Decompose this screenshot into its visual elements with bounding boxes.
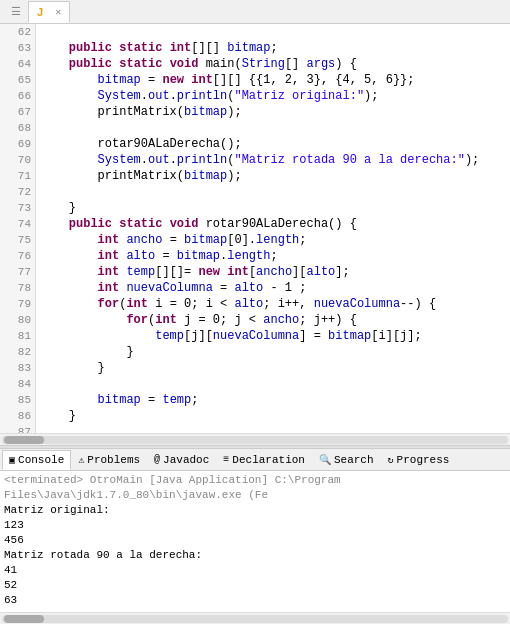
console-line: 52	[4, 578, 506, 593]
code-line: rotar90ALaDerecha();	[40, 136, 506, 152]
editor-area: 6263646566676869707172737475767778798081…	[0, 24, 510, 445]
bottom-tab-bar: ▣Console⚠Problems@Javadoc≡Declaration🔍Se…	[0, 449, 510, 471]
console-output: <terminated> OtroMain [Java Application]…	[0, 471, 510, 612]
console-line: Matriz rotada 90 a la derecha:	[4, 548, 506, 563]
code-line: System.out.println("Matriz original:");	[40, 88, 506, 104]
hscroll-thumb[interactable]	[4, 436, 44, 444]
line-number: 69	[4, 136, 31, 152]
line-number: 72	[4, 184, 31, 200]
console-line: Matriz original:	[4, 503, 506, 518]
line-number: 87	[4, 424, 31, 433]
editor-scroll[interactable]: 6263646566676869707172737475767778798081…	[0, 24, 510, 433]
line-number: 85	[4, 392, 31, 408]
code-line: int ancho = bitmap[0].length;	[40, 232, 506, 248]
console-hscroll-thumb[interactable]	[4, 615, 44, 623]
bottom-tab-label: Declaration	[232, 454, 305, 466]
console-horizontal-scrollbar[interactable]	[0, 612, 510, 624]
line-number: 81	[4, 328, 31, 344]
line-number: 77	[4, 264, 31, 280]
console-hscroll-track[interactable]	[2, 615, 508, 623]
line-number: 64	[4, 56, 31, 72]
code-line: public static int[][] bitmap;	[40, 40, 506, 56]
line-number: 66	[4, 88, 31, 104]
search-icon: 🔍	[319, 454, 331, 466]
bottom-tab-progress[interactable]: ↻Progress	[381, 450, 457, 470]
code-line	[40, 376, 506, 392]
line-number: 75	[4, 232, 31, 248]
console-line: 63	[4, 593, 506, 608]
code-line: public static void main(String[] args) {	[40, 56, 506, 72]
console-header: <terminated> OtroMain [Java Application]…	[4, 473, 506, 503]
console-line: 123	[4, 518, 506, 533]
code-line: bitmap = new int[][] {{1, 2, 3}, {4, 5, …	[40, 72, 506, 88]
line-number: 79	[4, 296, 31, 312]
line-number: 71	[4, 168, 31, 184]
line-number: 63	[4, 40, 31, 56]
line-number: 83	[4, 360, 31, 376]
code-line: }	[40, 408, 506, 424]
code-line: public static void rotar90ALaDerecha() {	[40, 216, 506, 232]
close-icon[interactable]: ✕	[55, 6, 61, 18]
code-line	[40, 424, 506, 433]
code-line: }	[40, 344, 506, 360]
tab-placeholder: ☰	[4, 1, 28, 23]
java-file-icon: J	[37, 6, 43, 18]
code-line: int nuevaColumna = alto - 1 ;	[40, 280, 506, 296]
tab-otromainj[interactable]: J ✕	[28, 1, 70, 23]
console-icon: ▣	[9, 454, 15, 466]
code-line: for(int j = 0; j < ancho; j++) {	[40, 312, 506, 328]
bottom-tab-javadoc[interactable]: @Javadoc	[147, 450, 216, 470]
code-line: System.out.println("Matriz rotada 90 a l…	[40, 152, 506, 168]
line-number: 84	[4, 376, 31, 392]
line-number: 70	[4, 152, 31, 168]
line-number: 80	[4, 312, 31, 328]
line-number: 74	[4, 216, 31, 232]
code-line	[40, 184, 506, 200]
console-line: 41	[4, 563, 506, 578]
problems-icon: ⚠	[78, 454, 84, 466]
line-number: 86	[4, 408, 31, 424]
line-number: 78	[4, 280, 31, 296]
code-line: printMatrix(bitmap);	[40, 168, 506, 184]
line-number: 67	[4, 104, 31, 120]
bottom-tab-label: Javadoc	[163, 454, 209, 466]
bottom-tab-search[interactable]: 🔍Search	[312, 450, 381, 470]
bottom-tab-label: Search	[334, 454, 374, 466]
bottom-tab-label: Console	[18, 454, 64, 466]
code-line: int alto = bitmap.length;	[40, 248, 506, 264]
line-number: 65	[4, 72, 31, 88]
line-number: 82	[4, 344, 31, 360]
bottom-tab-label: Progress	[397, 454, 450, 466]
editor-horizontal-scrollbar[interactable]	[0, 433, 510, 445]
code-line: bitmap = temp;	[40, 392, 506, 408]
line-numbers: 6263646566676869707172737475767778798081…	[0, 24, 36, 433]
bottom-tab-label: Problems	[87, 454, 140, 466]
code-line	[40, 120, 506, 136]
code-line: }	[40, 360, 506, 376]
hscroll-track[interactable]	[2, 436, 508, 444]
bottom-tab-console[interactable]: ▣Console	[2, 450, 71, 470]
line-number: 76	[4, 248, 31, 264]
code-line	[40, 24, 506, 40]
code-line: for(int i = 0; i < alto; i++, nuevaColum…	[40, 296, 506, 312]
bottom-panel: ▣Console⚠Problems@Javadoc≡Declaration🔍Se…	[0, 449, 510, 624]
code-content[interactable]: public static int[][] bitmap; public sta…	[36, 24, 510, 433]
declaration-icon: ≡	[223, 454, 229, 465]
code-line: int temp[][]= new int[ancho][alto];	[40, 264, 506, 280]
line-number: 62	[4, 24, 31, 40]
javadoc-icon: @	[154, 454, 160, 465]
editor-tab-bar: ☰ J ✕	[0, 0, 510, 24]
console-line: 456	[4, 533, 506, 548]
code-line: printMatrix(bitmap);	[40, 104, 506, 120]
progress-icon: ↻	[388, 454, 394, 466]
code-line: }	[40, 200, 506, 216]
line-number: 73	[4, 200, 31, 216]
bottom-tab-problems[interactable]: ⚠Problems	[71, 450, 147, 470]
line-number: 68	[4, 120, 31, 136]
code-line: temp[j][nuevaColumna] = bitmap[i][j];	[40, 328, 506, 344]
bottom-tab-declaration[interactable]: ≡Declaration	[216, 450, 312, 470]
